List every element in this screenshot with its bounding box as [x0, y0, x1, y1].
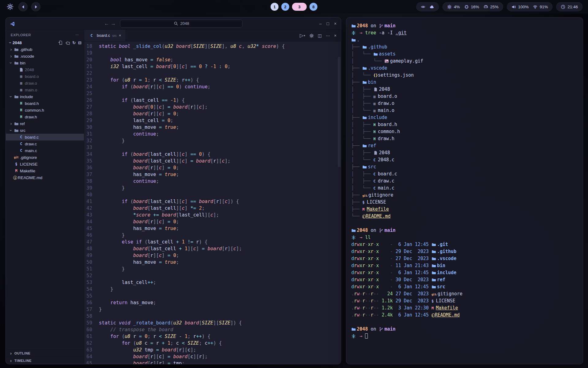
system-stats-module[interactable]: 4%16%25% [443, 2, 503, 11]
refresh-icon[interactable]: ↻ [72, 40, 76, 45]
readme-icon: i [362, 215, 366, 219]
explorer-item-board.c[interactable]: Cboard.c [6, 134, 84, 140]
code-line-27: 27 board[0][c] = board[r][c]; [84, 104, 341, 110]
line-number: 55 [84, 293, 99, 299]
obj-icon: ▦ [18, 74, 24, 79]
line-number: 53 [84, 279, 99, 286]
minimize-button[interactable]: – [319, 21, 322, 26]
branch-icon [379, 22, 384, 29]
explorer-item-ref[interactable]: ›ref [6, 120, 84, 127]
terminal-line: drwxr-xr-x - 30 Dec 2023 ref [351, 276, 578, 283]
search-value: 2048 [180, 21, 189, 26]
sidebar-bottom-sections: › OUTLINE › TIMELINE [6, 349, 84, 364]
clock-icon [561, 4, 565, 10]
desktop: { "topbar": { "left_icons": ["launcher",… [0, 0, 588, 368]
workspace-2[interactable]: 2 [281, 3, 289, 11]
terminal-window[interactable]: 2048 on main → tree -a -I .git.├── .gith… [346, 17, 583, 364]
explorer-item-bin[interactable]: ›bin [6, 59, 84, 66]
code-line-46: 46 } [84, 232, 341, 239]
explorer-item-src[interactable]: ›src [6, 127, 84, 134]
line-number: 27 [84, 104, 99, 110]
make-icon: M [432, 305, 436, 312]
weather-module[interactable] [416, 2, 439, 11]
explorer-item-draw.o[interactable]: ▦draw.o [6, 80, 84, 86]
arrow-left-icon[interactable]: ← [104, 21, 109, 26]
more-actions-icon[interactable]: ⋯ [75, 33, 79, 37]
explorer-item-.github[interactable]: ›.github [6, 46, 84, 53]
settings-icon[interactable] [309, 33, 314, 38]
arrow-right-icon[interactable]: → [111, 21, 116, 26]
launcher-button[interactable] [6, 2, 15, 11]
explorer-item-common.h[interactable]: Hcommon.h [6, 107, 84, 113]
explorer-item-.gitignore[interactable]: git.gitignore [6, 154, 84, 161]
explorer-item-draw.h[interactable]: Hdraw.h [6, 113, 84, 120]
collapse-all-icon[interactable]: ⊟ [78, 40, 81, 45]
code-editor[interactable]: 18static bool _slide_col(u32 board[SIZE]… [84, 41, 341, 364]
editor-scrollbar[interactable] [338, 57, 341, 167]
cpu-value: 4% [454, 5, 460, 9]
folder-icon [13, 47, 19, 52]
explorer-item-Makefile[interactable]: MMakefile [6, 167, 84, 174]
maximize-button[interactable]: □ [326, 21, 329, 26]
line-number: 62 [84, 340, 99, 347]
line-number: 31 [84, 131, 99, 137]
code-line-26: 26 if (last_cell == -1) { [84, 97, 341, 104]
line-number: 37 [84, 171, 99, 178]
line-number: 28 [84, 110, 99, 117]
workspace-1[interactable]: 1 [271, 3, 279, 11]
code-line-48: 48 board[last_cell + 1][c] = board[r][c]… [84, 245, 341, 252]
line-number: 59 [84, 320, 99, 326]
next-button[interactable] [31, 2, 40, 11]
tab-board-c[interactable]: C board.c src × [84, 30, 126, 41]
code-line-51: 51 } [84, 266, 341, 272]
workspace-8[interactable]: 8 [310, 3, 318, 11]
branch-icon [379, 326, 384, 333]
tab-label: board.c [97, 33, 110, 38]
close-tab-icon[interactable]: × [119, 33, 121, 38]
terminal-line: │ └── {}settings.json [351, 72, 578, 79]
explorer-item-.vscode[interactable]: ›.vscode [6, 53, 84, 59]
outline-section[interactable]: › OUTLINE [6, 349, 84, 357]
workspace-3[interactable]: 3 [292, 3, 307, 11]
snow-icon [351, 333, 357, 340]
chevron-down-icon: › [8, 40, 13, 45]
prev-button[interactable] [18, 2, 28, 11]
explorer-item-LICENSE[interactable]: §LICENSE [6, 161, 84, 167]
explorer-item-main.c[interactable]: Cmain.c [6, 147, 84, 154]
terminal-line: │ ├── 2048 [351, 86, 578, 93]
more-icon[interactable]: ⋯ [326, 33, 330, 38]
explorer-item-include[interactable]: ›include [6, 93, 84, 100]
explorer-item-2048[interactable]: 2048 [6, 66, 84, 73]
explorer-item-main.o[interactable]: ▦main.o [6, 86, 84, 93]
explorer-item-board.h[interactable]: Hboard.h [6, 100, 84, 107]
run-button[interactable]: ▷▾ [300, 33, 305, 38]
terminal-line: │ ├── 2048 [351, 149, 578, 156]
file-label: include [20, 94, 33, 99]
close-icon[interactable]: × [334, 33, 337, 38]
c-icon: C [373, 185, 378, 192]
chevron-right-icon: › [9, 47, 13, 52]
new-folder-icon[interactable] [65, 40, 70, 45]
code-line-23: 23 for (u8 r = 1; r < SIZE; r++) { [84, 77, 341, 83]
clock-module[interactable]: 21:46 [556, 2, 582, 11]
new-file-icon[interactable] [58, 40, 63, 45]
book-icon: § [13, 162, 19, 166]
explorer-item-draw.c[interactable]: Cdraw.c [6, 140, 84, 147]
timeline-section[interactable]: › TIMELINE [6, 357, 84, 364]
file-label: board.o [25, 74, 39, 79]
terminal-line: │ └── ▦main.o [351, 107, 578, 114]
explorer-item-README.md[interactable]: iREADME.md [6, 174, 84, 181]
project-root-row[interactable]: › 2048 ↻⊟ [6, 39, 84, 46]
audio-network-module[interactable]: 100%91% [507, 2, 553, 11]
close-button[interactable]: × [334, 21, 337, 26]
memory-icon [464, 4, 469, 10]
chevron-right-icon: › [9, 54, 13, 59]
folder-icon [13, 61, 19, 65]
line-number: 42 [84, 205, 99, 212]
split-editor-icon[interactable]: ◫ [318, 33, 322, 38]
explorer-item-board.o[interactable]: ▦board.o [6, 73, 84, 80]
code-line-20: 20 bool has_move = false; [84, 56, 341, 63]
command-center-search[interactable]: 2048 [120, 20, 243, 28]
terminal-line: ├── §LICENSE [351, 199, 578, 206]
code-line-37: 37 has_move = true; [84, 171, 341, 178]
